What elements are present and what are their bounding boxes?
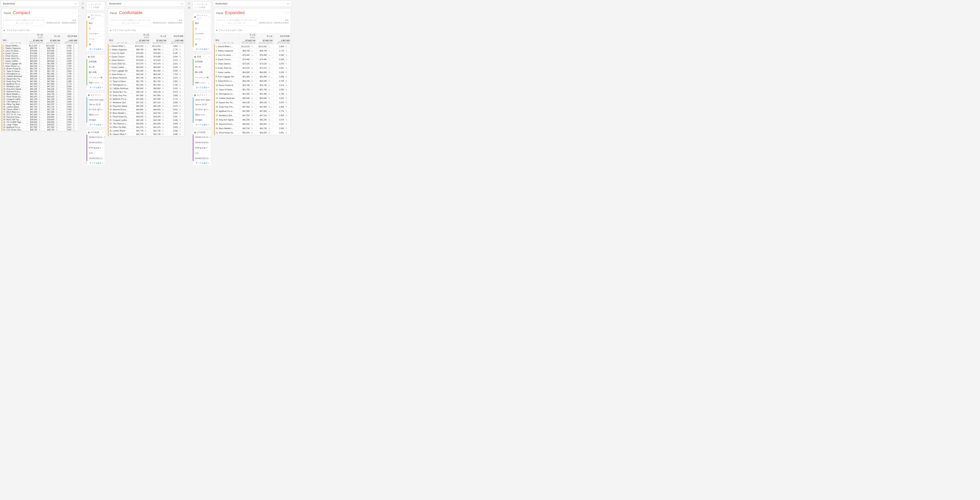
table-row[interactable]: 15. Dusty Gray Prin… $47,9600.6% $47,960…	[108, 94, 185, 97]
chart-icon[interactable]: ◫	[188, 2, 190, 5]
table-row[interactable]: 9. Swiss Rocks Lu… $54,2400.7% $54,2400.…	[2, 65, 78, 67]
table-row[interactable]: 11. Topaz & Diamo… $51,7500.7% $51,7500.…	[215, 87, 291, 92]
freeform-title[interactable]: フリーフォームテーブル	[2, 27, 78, 33]
table-row[interactable]: 15. Dusty Gray Prin… $47,9600.6% $47,960…	[2, 80, 78, 83]
close-icon[interactable]: ×	[181, 11, 183, 14]
rail-item[interactable]: 製品›	[87, 21, 105, 26]
table-row[interactable]: 18. King-Size Signat… $45,2060.6% $45,20…	[2, 88, 78, 90]
table-row[interactable]: 24. Pillow Top Matt… $41,9700.5% $41,970…	[108, 125, 185, 129]
freeform-title[interactable]: フリーフォームテーブル	[108, 27, 185, 33]
rail-item[interactable]: visitor level segm…	[193, 97, 211, 102]
table-row[interactable]: 15. Dusty Gray Prin… $47,9600.6% $47,960…	[215, 105, 291, 109]
table-row[interactable]: 9. Swiss Rocks Lu… $54,2400.7% $54,2400.…	[108, 73, 185, 76]
rail-item[interactable]: 日›	[193, 26, 211, 31]
rail-item[interactable]: ###脂肪	[193, 117, 211, 123]
close-icon[interactable]: ×	[75, 11, 76, 14]
rail-item[interactable]: 訪問回数	[87, 59, 105, 64]
chevron-right-icon[interactable]: ›	[102, 38, 103, 40]
show-all-link[interactable]: すべてを表示 >	[87, 161, 105, 165]
component-search[interactable]: ⌕ コンポーネントを検索	[86, 2, 105, 10]
rail-item[interactable]: 今日	[87, 151, 105, 156]
table-row[interactable]: 13. Calfskin Briefcase $50,0400.7% $50,0…	[215, 96, 291, 100]
table-row[interactable]: 14. Square Box Tra… $49,1300.6% $49,1300…	[108, 90, 185, 94]
show-all-link[interactable]: すべてを表示 >	[87, 86, 105, 90]
table-row[interactable]: 23. 73in Platinum 1… $42,0000.5% $42,000…	[2, 100, 78, 103]
add-icon[interactable]: +	[102, 56, 103, 58]
add-icon[interactable]: +	[208, 16, 210, 18]
table-row[interactable]: 2. Toiletry Organizer $99,7901.3% $99,79…	[215, 49, 291, 53]
segment-drop-zone[interactable]: セグメント (または他のコンポーネント) をここにドロップ	[110, 17, 151, 25]
table-icon[interactable]: ▤	[188, 6, 190, 9]
table-row[interactable]: 27. Albert Black Le… $41,5800.5% $41,580…	[2, 111, 78, 113]
add-icon[interactable]: +	[208, 131, 210, 133]
rail-item[interactable]: visitor level segm…	[87, 97, 105, 102]
table-row[interactable]: 4. Quartz Chrono… $74,4801.0% $74,4801.0…	[215, 57, 291, 62]
date-range[interactable]: 今月2019年11月1日 - 2019年11月30日	[153, 19, 183, 24]
segment-drop-zone[interactable]: セグメント (または他のコンポーネント) をここにドロップ	[216, 17, 257, 25]
chevron-right-icon[interactable]: ›	[102, 28, 103, 30]
table-row[interactable]: 13. Calfskin Briefcase $50,0400.7% $50,0…	[108, 87, 185, 90]
table-row[interactable]: 26. Classic White T… $41,7300.5% $41,730…	[108, 133, 185, 136]
table-icon[interactable]: ▤	[81, 6, 83, 9]
table-row[interactable]: 16. AppBook Pro w… $47,6000.6% $47,6000.…	[108, 97, 185, 101]
table-row[interactable]: 11. Topaz & Diamo… $51,7500.7% $51,7500.…	[2, 70, 78, 73]
show-all-link[interactable]: すべてを表示 >	[193, 161, 211, 165]
table-row[interactable]: 5. Urban Diamon… $73,5201.0% $73,5201.0%…	[108, 59, 185, 62]
rail-item[interactable]: 電話からの…	[87, 112, 105, 117]
rail-item[interactable]: 2019年11月1日 - 2…	[87, 135, 105, 140]
rail-item[interactable]: ページビュー数	[87, 75, 105, 80]
rail-item[interactable]: 2019年11月1日 - 2…	[193, 135, 211, 140]
table-row[interactable]: 3. Carry On black … $78,4501.0% $78,4501…	[215, 53, 291, 57]
add-icon[interactable]: +	[208, 94, 210, 97]
rail-item[interactable]: 週›	[87, 42, 105, 47]
collapse-left-icon[interactable]: ‹	[181, 2, 182, 5]
table-row[interactable]: 21. Floral Hoops Ea… $43,4250.6% $43,425…	[2, 95, 78, 98]
rail-item[interactable]: KOR 발견함 #	[87, 145, 105, 151]
component-search[interactable]: ⌕ コンポーネントを検索	[192, 2, 211, 10]
chevron-down-icon[interactable]: ⌄	[178, 11, 180, 14]
table-row[interactable]: 17. Woolberry Quil… $47,3100.6% $47,3100…	[215, 113, 291, 118]
chevron-right-icon[interactable]: ›	[209, 43, 209, 46]
table-row[interactable]: 6. Exotic Shell Clu… $72,9760.9% $72,976…	[108, 62, 185, 66]
table-row[interactable]: 10. Brown Pocket B… $53,7900.7% $53,7900…	[2, 67, 78, 70]
rail-item[interactable]: KOR 발견함 #	[193, 145, 211, 151]
table-row[interactable]: 17. Woolberry Quil… $47,3100.6% $47,3100…	[2, 85, 78, 88]
table-row[interactable]: 10. Brown Pocket B… $53,7900.7% $53,7900…	[108, 76, 185, 80]
table-row[interactable]: 20. Black Metallic L… $43,7500.6% $43,75…	[2, 93, 78, 95]
table-row[interactable]: 31. OS 12.8MP Digit… $39,6000.5% $39,600…	[2, 121, 78, 124]
rail-item[interactable]: 訪問回数	[193, 59, 211, 64]
rail-item[interactable]: 2018年10月8日 - …	[87, 140, 105, 145]
table-row[interactable]: 13. Calfskin Briefcase $50,0400.7% $50,0…	[2, 75, 78, 78]
chevron-right-icon[interactable]: ›	[209, 22, 209, 24]
rail-item[interactable]: Test on 10-25	[193, 102, 211, 107]
table-row[interactable]: 19. Diamond Encru… $44,9550.6% $44,9550.…	[215, 122, 291, 126]
rail-item[interactable]: 売上高	[87, 64, 105, 70]
table-row[interactable]: 22. Cropped Leathe… $42,1980.5% $42,1980…	[108, 119, 185, 122]
table-row[interactable]: 19. Diamond Encru… $44,9550.6% $44,9550.…	[2, 90, 78, 93]
table-row[interactable]: 17. Woolberry Quil… $47,3100.6% $47,3100…	[108, 101, 185, 105]
table-row[interactable]: 20. Black Metallic L… $43,7500.6% $43,75…	[215, 126, 291, 131]
rail-item[interactable]: 2019年10月1日 - …	[193, 156, 211, 161]
table-row[interactable]: 2. Toiletry Organizer $99,7901.3% $99,79…	[2, 47, 78, 49]
table-row[interactable]: 26. Classic White T… $41,7300.5% $41,730…	[2, 108, 78, 111]
table-row[interactable]: 4. Quartz Chrono… $74,4801.0% $74,4801.0…	[108, 55, 185, 59]
table-row[interactable]: 7. Gypsy Leather … $64,0000.8% $64,0000.…	[215, 70, 291, 75]
table-row[interactable]: 16. AppBook Pro w… $47,6000.6% $47,6000.…	[215, 109, 291, 113]
table-row[interactable]: 8. Pumi Luggage Set $61,8000.8% $61,8000…	[215, 75, 291, 79]
show-all-link[interactable]: すべてを表示 >	[193, 123, 211, 127]
add-icon[interactable]: +	[208, 56, 210, 58]
panel-title[interactable]: Panel	[216, 11, 223, 15]
collapse-right-icon[interactable]: ›	[76, 2, 77, 5]
chevron-right-icon[interactable]: ›	[209, 28, 209, 30]
rail-item[interactable]: Test on 10-25	[87, 102, 105, 107]
rail-item[interactable]: 2018年10月8日 - …	[193, 140, 211, 145]
show-all-link[interactable]: すべてを表示 >	[87, 123, 105, 127]
chevron-down-icon[interactable]: ⌄	[285, 11, 286, 14]
chevron-down-icon[interactable]: ⌄	[72, 11, 74, 14]
rail-item[interactable]: 今日	[193, 151, 211, 156]
rail-item[interactable]: 세그먼트 빌더-…	[87, 107, 105, 112]
table-row[interactable]: 7. Gypsy Leather … $64,0000.8% $64,0000.…	[2, 60, 78, 62]
table-row[interactable]: 14. Square Box Tra… $49,1300.6% $49,1300…	[2, 78, 78, 80]
table-row[interactable]: 24. Pillow Top Matt… $41,9700.5% $41,970…	[2, 103, 78, 106]
chart-icon[interactable]: ◫	[81, 2, 83, 5]
